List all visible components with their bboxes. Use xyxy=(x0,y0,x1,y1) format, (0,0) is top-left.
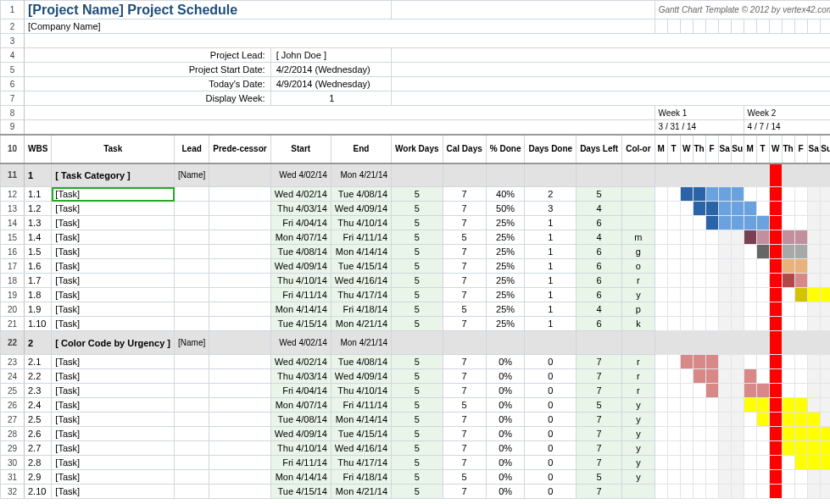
row-number[interactable]: 20 xyxy=(1,302,25,317)
cell-dl[interactable]: 6 xyxy=(577,317,622,331)
cell-wd[interactable]: 5 xyxy=(392,384,443,398)
cell-pd[interactable]: 0% xyxy=(486,355,525,369)
cell-dl[interactable]: 6 xyxy=(577,245,622,259)
cell-pd[interactable]: 25% xyxy=(486,230,525,245)
cell-wd[interactable]: 5 xyxy=(392,245,443,259)
cell-lead[interactable] xyxy=(175,274,209,288)
category-lead[interactable]: [Name] xyxy=(175,331,209,355)
cell-wbs[interactable]: 1.2 xyxy=(25,202,52,216)
cell-wbs[interactable]: 1.1 xyxy=(25,187,52,202)
cell-wbs[interactable]: 1.4 xyxy=(25,230,52,245)
row-number[interactable]: 4 xyxy=(1,48,25,63)
cell-cd[interactable]: 7 xyxy=(443,317,486,331)
cell-dd[interactable]: 1 xyxy=(525,230,577,245)
row-number[interactable]: 14 xyxy=(1,216,25,230)
cell-wd[interactable]: 5 xyxy=(392,216,443,230)
cell-co[interactable]: y xyxy=(622,288,655,302)
cell-lead[interactable] xyxy=(175,288,209,302)
cell-task[interactable]: [Task] xyxy=(52,441,175,456)
cell-pd[interactable]: 25% xyxy=(486,288,525,302)
cell-wd[interactable]: 5 xyxy=(392,317,443,331)
cell-pred[interactable] xyxy=(209,216,270,230)
cell-cd[interactable]: 7 xyxy=(443,441,486,456)
cell-wbs[interactable]: 1.8 xyxy=(25,288,52,302)
row-number[interactable]: 23 xyxy=(1,355,25,369)
cell-wd[interactable]: 5 xyxy=(392,288,443,302)
col-header-task[interactable]: Task xyxy=(52,135,175,163)
cell-task[interactable]: [Task] xyxy=(52,355,175,369)
cell-dl[interactable]: 6 xyxy=(577,274,622,288)
cell-pred[interactable] xyxy=(209,384,270,398)
cell-end[interactable]: Thu 4/17/14 xyxy=(331,456,391,470)
cell-dl[interactable]: 4 xyxy=(577,302,622,317)
cell-lead[interactable] xyxy=(175,398,209,413)
row-number[interactable]: 25 xyxy=(1,384,25,398)
cell-dd[interactable]: 3 xyxy=(525,202,577,216)
cell-wbs[interactable]: 2.1 xyxy=(25,355,52,369)
category-start[interactable]: Wed 4/02/14 xyxy=(270,331,331,355)
cell-pred[interactable] xyxy=(209,302,270,317)
cell-wd[interactable]: 5 xyxy=(392,274,443,288)
row-number[interactable]: 19 xyxy=(1,288,25,302)
row-number[interactable]: 5 xyxy=(1,63,25,77)
cell-pred[interactable] xyxy=(209,274,270,288)
category-end[interactable]: Mon 4/21/14 xyxy=(331,163,391,187)
cell-cd[interactable]: 7 xyxy=(443,288,486,302)
cell-dl[interactable]: 7 xyxy=(577,355,622,369)
cell-task[interactable]: [Task] xyxy=(52,317,175,331)
cell-pd[interactable]: 0% xyxy=(486,398,525,413)
col-header-pd[interactable]: % Done xyxy=(486,135,525,163)
cell-dd[interactable]: 0 xyxy=(525,427,577,441)
cell-end[interactable]: Wed 4/16/14 xyxy=(331,441,391,456)
category-start[interactable]: Wed 4/02/14 xyxy=(270,163,331,187)
cell-pd[interactable]: 0% xyxy=(486,369,525,384)
cell-wd[interactable]: 5 xyxy=(392,202,443,216)
cell-task[interactable]: [Task] xyxy=(52,216,175,230)
cell-lead[interactable] xyxy=(175,355,209,369)
cell-wd[interactable]: 5 xyxy=(392,259,443,274)
cell-dd[interactable]: 1 xyxy=(525,216,577,230)
cell-pd[interactable]: 0% xyxy=(486,470,525,485)
cell-pred[interactable] xyxy=(209,413,270,427)
cell-pred[interactable] xyxy=(209,230,270,245)
cell-dl[interactable]: 7 xyxy=(577,413,622,427)
cell-dl[interactable]: 7 xyxy=(577,369,622,384)
cell-pd[interactable]: 50% xyxy=(486,202,525,216)
row-number[interactable]: 11 xyxy=(1,163,25,187)
cell-co[interactable]: r xyxy=(622,384,655,398)
cell-start[interactable]: Tue 4/15/14 xyxy=(270,317,331,331)
cell-start[interactable]: Tue 4/15/14 xyxy=(270,485,331,499)
row-number[interactable]: 10 xyxy=(1,135,25,163)
cell-dd[interactable]: 1 xyxy=(525,259,577,274)
row-number[interactable]: 6 xyxy=(1,77,25,91)
cell-co[interactable]: p xyxy=(622,302,655,317)
cell-wd[interactable]: 5 xyxy=(392,302,443,317)
cell-lead[interactable] xyxy=(175,187,209,202)
cell-task[interactable]: [Task] xyxy=(52,302,175,317)
cell-cd[interactable]: 7 xyxy=(443,245,486,259)
cell-end[interactable]: Fri 4/11/14 xyxy=(331,398,391,413)
cell-end[interactable]: Thu 4/17/14 xyxy=(331,288,391,302)
col-header-lead[interactable]: Lead xyxy=(175,135,209,163)
cell-cd[interactable]: 7 xyxy=(443,259,486,274)
cell-co[interactable]: y xyxy=(622,413,655,427)
cell-end[interactable]: Mon 4/21/14 xyxy=(331,485,391,499)
cell-co[interactable] xyxy=(622,187,655,202)
cell-dd[interactable]: 0 xyxy=(525,413,577,427)
row-number[interactable]: 12 xyxy=(1,187,25,202)
cell-cd[interactable]: 5 xyxy=(443,470,486,485)
cell-lead[interactable] xyxy=(175,230,209,245)
cell-pd[interactable]: 40% xyxy=(486,187,525,202)
cell-cd[interactable]: 7 xyxy=(443,355,486,369)
cell-dd[interactable]: 0 xyxy=(525,355,577,369)
cell-pred[interactable] xyxy=(209,288,270,302)
cell-wd[interactable]: 5 xyxy=(392,456,443,470)
cell-pd[interactable]: 0% xyxy=(486,485,525,499)
cell-cd[interactable]: 7 xyxy=(443,384,486,398)
cell-cd[interactable]: 7 xyxy=(443,413,486,427)
cell-wbs[interactable]: 1.6 xyxy=(25,259,52,274)
cell-wd[interactable]: 5 xyxy=(392,470,443,485)
cell-dd[interactable]: 0 xyxy=(525,384,577,398)
col-header-co[interactable]: Col-or xyxy=(622,135,655,163)
cell-task[interactable]: [Task] xyxy=(52,485,175,499)
